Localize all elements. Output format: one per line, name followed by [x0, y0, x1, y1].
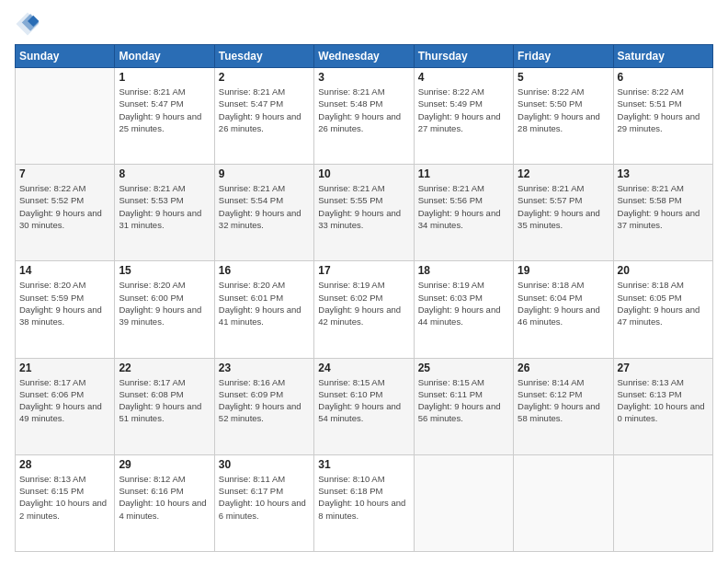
- cell-day-number: 8: [119, 167, 210, 180]
- calendar-cell: 10Sunrise: 8:21 AMSunset: 5:55 PMDayligh…: [314, 165, 414, 261]
- cell-day-number: 6: [618, 71, 709, 84]
- calendar-cell: 12Sunrise: 8:21 AMSunset: 5:57 PMDayligh…: [514, 165, 613, 261]
- cell-day-number: 31: [318, 458, 409, 471]
- calendar-cell: 16Sunrise: 8:20 AMSunset: 6:01 PMDayligh…: [214, 261, 313, 358]
- calendar-cell: 27Sunrise: 8:13 AMSunset: 6:13 PMDayligh…: [613, 358, 712, 454]
- cell-info: Sunrise: 8:17 AMSunset: 6:08 PMDaylight:…: [119, 376, 210, 425]
- cell-day-number: 21: [19, 362, 110, 374]
- cell-day-number: 3: [318, 71, 409, 84]
- cell-day-number: 14: [19, 264, 110, 277]
- cell-info: Sunrise: 8:12 AMSunset: 6:16 PMDaylight:…: [119, 473, 210, 522]
- cell-info: Sunrise: 8:11 AMSunset: 6:17 PMDaylight:…: [219, 473, 310, 522]
- weekday-header-sunday: Sunday: [16, 45, 115, 68]
- cell-day-number: 2: [219, 71, 310, 84]
- calendar-cell: 2Sunrise: 8:21 AMSunset: 5:47 PMDaylight…: [214, 68, 313, 165]
- cell-day-number: 7: [19, 167, 110, 180]
- weekday-header-saturday: Saturday: [613, 45, 712, 68]
- cell-day-number: 4: [418, 71, 509, 84]
- cell-info: Sunrise: 8:16 AMSunset: 6:09 PMDaylight:…: [219, 376, 310, 425]
- cell-info: Sunrise: 8:22 AMSunset: 5:52 PMDaylight:…: [19, 182, 110, 231]
- calendar-week-3: 14Sunrise: 8:20 AMSunset: 5:59 PMDayligh…: [16, 261, 713, 358]
- calendar-cell: 30Sunrise: 8:11 AMSunset: 6:17 PMDayligh…: [214, 454, 313, 551]
- cell-day-number: 28: [19, 458, 110, 471]
- calendar-cell: 5Sunrise: 8:22 AMSunset: 5:50 PMDaylight…: [514, 68, 613, 165]
- calendar-week-1: 1Sunrise: 8:21 AMSunset: 5:47 PMDaylight…: [16, 68, 713, 165]
- cell-info: Sunrise: 8:18 AMSunset: 6:04 PMDaylight:…: [518, 279, 609, 327]
- cell-day-number: 5: [518, 71, 609, 84]
- calendar-cell: 19Sunrise: 8:18 AMSunset: 6:04 PMDayligh…: [514, 261, 613, 358]
- cell-info: Sunrise: 8:21 AMSunset: 5:55 PMDaylight:…: [318, 182, 409, 231]
- weekday-header-friday: Friday: [514, 45, 613, 68]
- calendar-week-4: 21Sunrise: 8:17 AMSunset: 6:06 PMDayligh…: [16, 358, 713, 454]
- cell-info: Sunrise: 8:19 AMSunset: 6:02 PMDaylight:…: [318, 279, 409, 327]
- cell-info: Sunrise: 8:21 AMSunset: 5:54 PMDaylight:…: [219, 182, 310, 231]
- cell-info: Sunrise: 8:21 AMSunset: 5:57 PMDaylight:…: [518, 182, 609, 231]
- calendar-cell: 28Sunrise: 8:13 AMSunset: 6:15 PMDayligh…: [16, 454, 115, 551]
- calendar-header: SundayMondayTuesdayWednesdayThursdayFrid…: [16, 45, 713, 68]
- calendar-table: SundayMondayTuesdayWednesdayThursdayFrid…: [15, 44, 713, 552]
- calendar-cell: 6Sunrise: 8:22 AMSunset: 5:51 PMDaylight…: [613, 68, 712, 165]
- cell-day-number: 12: [518, 167, 609, 180]
- weekday-header-wednesday: Wednesday: [314, 45, 414, 68]
- calendar-cell: 20Sunrise: 8:18 AMSunset: 6:05 PMDayligh…: [613, 261, 712, 358]
- calendar-cell: 11Sunrise: 8:21 AMSunset: 5:56 PMDayligh…: [414, 165, 513, 261]
- calendar-cell: 13Sunrise: 8:21 AMSunset: 5:58 PMDayligh…: [613, 165, 712, 261]
- calendar-cell: [414, 454, 513, 551]
- cell-info: Sunrise: 8:20 AMSunset: 6:01 PMDaylight:…: [219, 279, 310, 327]
- cell-info: Sunrise: 8:21 AMSunset: 5:58 PMDaylight:…: [618, 182, 709, 231]
- calendar-cell: 24Sunrise: 8:15 AMSunset: 6:10 PMDayligh…: [314, 358, 414, 454]
- cell-day-number: 27: [618, 362, 709, 374]
- weekday-header-tuesday: Tuesday: [214, 45, 313, 68]
- calendar-cell: 8Sunrise: 8:21 AMSunset: 5:53 PMDaylight…: [115, 165, 214, 261]
- cell-day-number: 19: [518, 264, 609, 277]
- cell-day-number: 9: [219, 167, 310, 180]
- cell-info: Sunrise: 8:22 AMSunset: 5:50 PMDaylight:…: [518, 86, 609, 134]
- calendar-cell: 14Sunrise: 8:20 AMSunset: 5:59 PMDayligh…: [16, 261, 115, 358]
- cell-info: Sunrise: 8:13 AMSunset: 6:13 PMDaylight:…: [618, 376, 709, 425]
- calendar-cell: 17Sunrise: 8:19 AMSunset: 6:02 PMDayligh…: [314, 261, 414, 358]
- cell-day-number: 30: [219, 458, 310, 471]
- weekday-header-monday: Monday: [115, 45, 214, 68]
- cell-day-number: 29: [119, 458, 210, 471]
- calendar-cell: [514, 454, 613, 551]
- cell-info: Sunrise: 8:10 AMSunset: 6:18 PMDaylight:…: [318, 473, 409, 522]
- calendar-cell: [613, 454, 712, 551]
- logo: [15, 11, 44, 37]
- cell-day-number: 15: [119, 264, 210, 277]
- header: [15, 11, 713, 37]
- logo-icon: [15, 11, 40, 37]
- cell-info: Sunrise: 8:22 AMSunset: 5:49 PMDaylight:…: [418, 86, 509, 134]
- calendar-week-2: 7Sunrise: 8:22 AMSunset: 5:52 PMDaylight…: [16, 165, 713, 261]
- cell-info: Sunrise: 8:21 AMSunset: 5:47 PMDaylight:…: [119, 86, 210, 134]
- calendar-cell: 4Sunrise: 8:22 AMSunset: 5:49 PMDaylight…: [414, 68, 513, 165]
- page: SundayMondayTuesdayWednesdayThursdayFrid…: [0, 0, 728, 563]
- cell-info: Sunrise: 8:21 AMSunset: 5:56 PMDaylight:…: [418, 182, 509, 231]
- weekday-header-thursday: Thursday: [414, 45, 513, 68]
- calendar-cell: 9Sunrise: 8:21 AMSunset: 5:54 PMDaylight…: [214, 165, 313, 261]
- cell-info: Sunrise: 8:15 AMSunset: 6:11 PMDaylight:…: [418, 376, 509, 425]
- cell-day-number: 24: [318, 362, 409, 374]
- cell-day-number: 18: [418, 264, 509, 277]
- cell-day-number: 22: [119, 362, 210, 374]
- cell-day-number: 17: [318, 264, 409, 277]
- calendar-cell: 18Sunrise: 8:19 AMSunset: 6:03 PMDayligh…: [414, 261, 513, 358]
- cell-day-number: 1: [119, 71, 210, 84]
- calendar-week-5: 28Sunrise: 8:13 AMSunset: 6:15 PMDayligh…: [16, 454, 713, 551]
- calendar-cell: 1Sunrise: 8:21 AMSunset: 5:47 PMDaylight…: [115, 68, 214, 165]
- cell-day-number: 20: [618, 264, 709, 277]
- cell-day-number: 26: [518, 362, 609, 374]
- calendar-body: 1Sunrise: 8:21 AMSunset: 5:47 PMDaylight…: [16, 68, 713, 552]
- cell-info: Sunrise: 8:17 AMSunset: 6:06 PMDaylight:…: [19, 376, 110, 425]
- calendar-cell: 31Sunrise: 8:10 AMSunset: 6:18 PMDayligh…: [314, 454, 414, 551]
- cell-day-number: 25: [418, 362, 509, 374]
- cell-info: Sunrise: 8:21 AMSunset: 5:48 PMDaylight:…: [318, 86, 409, 134]
- calendar-cell: 23Sunrise: 8:16 AMSunset: 6:09 PMDayligh…: [214, 358, 313, 454]
- cell-day-number: 11: [418, 167, 509, 180]
- calendar-cell: 25Sunrise: 8:15 AMSunset: 6:11 PMDayligh…: [414, 358, 513, 454]
- cell-info: Sunrise: 8:22 AMSunset: 5:51 PMDaylight:…: [618, 86, 709, 134]
- cell-info: Sunrise: 8:18 AMSunset: 6:05 PMDaylight:…: [618, 279, 709, 327]
- cell-day-number: 16: [219, 264, 310, 277]
- calendar-cell: 21Sunrise: 8:17 AMSunset: 6:06 PMDayligh…: [16, 358, 115, 454]
- calendar-cell: 29Sunrise: 8:12 AMSunset: 6:16 PMDayligh…: [115, 454, 214, 551]
- calendar-cell: 3Sunrise: 8:21 AMSunset: 5:48 PMDaylight…: [314, 68, 414, 165]
